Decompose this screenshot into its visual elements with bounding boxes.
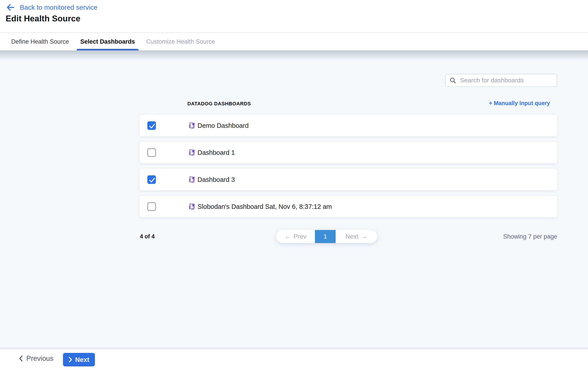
arrow-right-icon: → [361,233,367,240]
tab-select-dashboards[interactable]: Select Dashboards [77,33,138,50]
result-count: 4 of 4 [140,233,155,240]
dashboard-name: Dashboard 3 [198,176,235,184]
tab-customize-health-source[interactable]: Customize Health Source [143,33,219,50]
dashboard-label: Slobodan's Dashboard Sat, Nov 6, 8:37:12… [189,203,332,210]
dashboard-checkbox[interactable] [147,175,156,184]
tab-bar: Define Health Source Select Dashboards C… [0,33,588,50]
dashboard-checkbox[interactable] [147,202,156,211]
back-link-label: Back to monitored service [20,4,97,11]
arrow-left-icon: ← [284,233,291,240]
dashboard-row: Dashboard 3 [139,169,557,190]
datadog-icon [189,149,195,156]
next-page-button[interactable]: Next → [336,230,377,243]
dashboard-label: Dashboard 3 [189,176,235,184]
datadog-icon [189,122,195,129]
footer-bar: Previous Next [0,349,588,370]
edit-health-source-page: Back to monitored service Edit Health So… [0,0,588,370]
chevron-right-icon [69,357,72,363]
prev-page-button[interactable]: ← Prev [276,230,315,243]
search-input-wrapper [445,74,557,87]
per-page-label: Showing 7 per page [503,233,557,240]
prev-page-label: Prev [294,233,307,240]
search-icon [450,77,456,84]
current-page-button[interactable]: 1 [315,230,336,243]
dashboard-label: Dashboard 1 [189,149,235,156]
page-header: Back to monitored service Edit Health So… [0,0,588,33]
list-header-row: DATADOG DASHBOARDS + Manually input quer… [139,98,557,111]
dashboard-name: Dashboard 1 [198,149,235,156]
arrow-left-icon [6,4,14,11]
dashboard-checkbox[interactable] [147,121,156,130]
dashboard-row: Dashboard 1 [139,142,557,163]
dashboard-row: Demo Dashboard [139,115,557,136]
previous-button[interactable]: Previous [18,354,55,363]
next-page-label: Next [346,233,358,240]
dashboard-name: Slobodan's Dashboard Sat, Nov 6, 8:37:12… [198,203,332,210]
dashboard-list: Demo Dashboard [139,115,557,223]
dashboard-checkbox[interactable] [147,148,156,157]
next-button-label: Next [75,356,89,363]
dashboard-name: Demo Dashboard [198,122,249,130]
pagination: ← Prev 1 Next → [276,230,377,243]
chevron-left-icon [19,355,23,362]
content-area: DATADOG DASHBOARDS + Manually input quer… [0,50,588,349]
datadog-icon [189,176,195,183]
table-header: DATADOG DASHBOARDS [187,101,251,107]
page-title: Edit Health Source [6,14,81,23]
back-to-monitored-service-link[interactable]: Back to monitored service [6,4,97,11]
manually-input-query-link[interactable]: + Manually input query [489,100,550,107]
tab-define-health-source[interactable]: Define Health Source [8,33,73,50]
datadog-icon [189,203,195,210]
dashboard-row: Slobodan's Dashboard Sat, Nov 6, 8:37:12… [139,196,557,218]
next-button[interactable]: Next [63,353,95,366]
previous-button-label: Previous [26,354,53,363]
search-input[interactable] [460,76,553,84]
dashboard-label: Demo Dashboard [189,122,249,130]
